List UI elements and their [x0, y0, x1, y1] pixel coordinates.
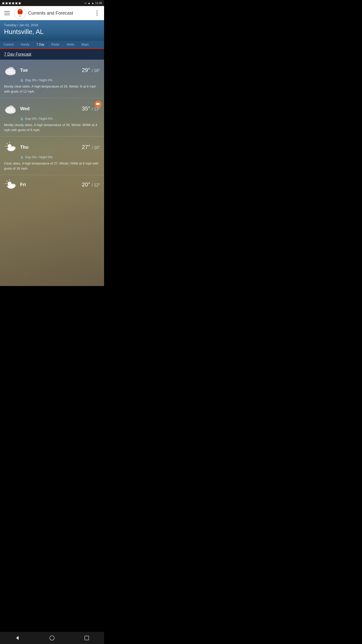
- tab-radar[interactable]: Radar: [48, 41, 63, 49]
- battery-icon: ▭: [84, 2, 87, 5]
- menu-line: [4, 11, 10, 12]
- precip-row-thu: Day 0% / Night 0%: [20, 155, 100, 159]
- forecast-row-top-tue: Tue 29° / 16°: [4, 64, 100, 77]
- forecast-desc-thu: Clear skies. A high temperature of 27. W…: [4, 161, 100, 173]
- forecast-section-header: 7 Day Forecast: [0, 49, 104, 60]
- status-left: ▣ ▣ ▣ ▣ ▣ ▣: [2, 2, 21, 5]
- app-header: KIX 96 Currents and Forecast: [0, 6, 104, 20]
- more-options-button[interactable]: [92, 8, 102, 18]
- more-dot: [97, 11, 98, 12]
- svg-point-2: [19, 9, 22, 12]
- svg-rect-9: [19, 14, 21, 15]
- tab-alerts[interactable]: Alerts: [63, 41, 78, 49]
- tab-current[interactable]: Current: [0, 41, 17, 49]
- forecast-desc-tue: Mostly clear skies. A high temperature o…: [4, 84, 100, 96]
- forecast-section: 7 Day Forecast Tue 29°: [0, 49, 104, 286]
- tab-maps[interactable]: Maps: [78, 41, 92, 49]
- header-title: Currents and Forecast: [28, 11, 90, 16]
- forecast-background: Tue 29° / 16° Day 0% / Night 0% Mostly c…: [0, 60, 104, 286]
- app-logo: KIX 96: [14, 7, 26, 19]
- logo-container: KIX 96: [14, 7, 26, 19]
- rain-drop-icon-tue: [20, 78, 24, 82]
- scroll-tabs: Current Hourly 7 Day Radar Alerts Maps: [0, 41, 104, 49]
- location-date: Tuesday / Jan 02, 2018: [4, 23, 100, 27]
- partly-sunny-icon-thu: [4, 141, 17, 154]
- svg-point-6: [21, 10, 21, 10]
- svg-line-33: [7, 186, 8, 187]
- svg-point-30: [8, 147, 12, 150]
- tab-hourly[interactable]: Hourly: [17, 41, 33, 49]
- rain-drop-icon-wed: [20, 117, 24, 120]
- wifi-icon: ▲: [88, 2, 90, 5]
- forecast-day-fri: Fri 20° / 12°: [0, 175, 104, 193]
- precip-row-tue: Day 0% / Night 0%: [20, 78, 100, 82]
- status-icons: ▣ ▣ ▣ ▣ ▣ ▣: [2, 2, 21, 5]
- cloudy-icon-tue: [4, 65, 17, 76]
- svg-rect-15: [96, 103, 99, 105]
- forecast-row-top-wed: Wed 35° / 13°: [4, 102, 100, 115]
- time-display: 11:45: [95, 2, 102, 5]
- status-right: ▭ ▲ ▲ 11:45: [84, 2, 102, 5]
- rain-drop-icon-thu: [20, 155, 24, 159]
- weather-icon-thu: [4, 141, 17, 154]
- precip-text-tue: Day 0% / Night 0%: [25, 78, 53, 82]
- svg-point-5: [19, 10, 20, 10]
- forecast-title: 7 Day Forecast: [4, 52, 100, 57]
- day-label-wed: Wed: [20, 106, 79, 111]
- cloudy-icon-wed: [4, 103, 17, 114]
- forecast-day-thu: Thu 27° / 10° Day 0% / Night 0% Clear sk…: [0, 137, 104, 175]
- video-icon: [96, 103, 100, 106]
- temp-fri: 20° / 12°: [82, 181, 100, 188]
- forecast-desc-wed: Mostly cloudy skies. A high temperature …: [4, 123, 100, 134]
- precip-row-wed: Day 0% / Night 0%: [20, 117, 100, 120]
- svg-line-22: [7, 143, 8, 144]
- day-label-thu: Thu: [20, 145, 79, 150]
- more-dot: [97, 13, 98, 14]
- menu-line: [4, 13, 10, 13]
- precip-text-wed: Day 0% / Night 0%: [25, 117, 53, 120]
- logo-svg: KIX 96: [14, 7, 26, 19]
- forecast-row-partial-fri: Fri 20° / 12°: [4, 178, 100, 191]
- day-label-tue: Tue: [20, 68, 79, 73]
- svg-line-24: [7, 148, 8, 149]
- svg-line-31: [7, 181, 8, 182]
- svg-point-39: [8, 185, 12, 188]
- sunny-icon-fri: [4, 178, 17, 191]
- menu-button[interactable]: [2, 8, 12, 18]
- notification-badge: [95, 101, 102, 108]
- svg-point-21: [8, 105, 14, 110]
- weather-icon-tue: [4, 64, 17, 77]
- temp-thu: 27° / 10°: [82, 144, 100, 150]
- svg-point-14: [8, 67, 14, 71]
- status-bar: ▣ ▣ ▣ ▣ ▣ ▣ ▭ ▲ ▲ 11:45: [0, 0, 104, 6]
- forecast-day-wed: Wed 35° / 13° Day 0% / Night 0% Mostly c…: [0, 98, 104, 137]
- menu-line: [4, 15, 10, 15]
- precip-text-thu: Day 0% / Night 0%: [25, 155, 53, 159]
- weather-icon-wed: [4, 102, 17, 115]
- location-header: Tuesday / Jan 02, 2018 Huntsville, AL: [0, 20, 104, 41]
- temp-tue: 29° / 16°: [82, 67, 100, 73]
- svg-text:96: 96: [19, 15, 21, 17]
- signal-icon: ▲: [92, 2, 94, 5]
- day-label-fri: Fri: [20, 182, 79, 187]
- forecast-day-tue: Tue 29° / 16° Day 0% / Night 0% Mostly c…: [0, 60, 104, 98]
- svg-marker-16: [99, 103, 100, 105]
- more-dot: [97, 15, 98, 16]
- forecast-row-top-thu: Thu 27° / 10°: [4, 141, 100, 154]
- tab-7day[interactable]: 7 Day: [33, 41, 48, 49]
- location-city: Huntsville, AL: [4, 28, 100, 36]
- weather-icon-fri: [4, 178, 17, 191]
